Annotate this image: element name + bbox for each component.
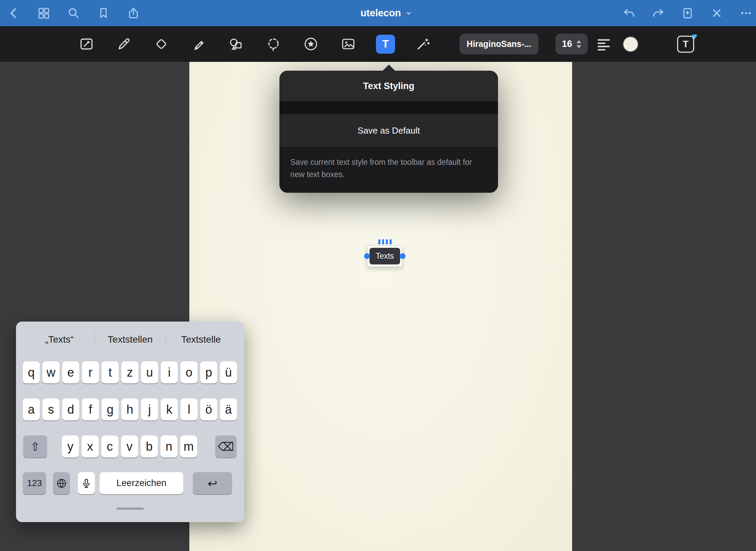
letter-key[interactable]: y [62, 435, 79, 458]
popover-collapsed-row [279, 101, 498, 114]
letter-key[interactable]: i [161, 361, 178, 383]
share-icon[interactable] [126, 6, 140, 20]
shift-key[interactable]: ⇧ [23, 435, 47, 458]
undo-icon[interactable] [622, 6, 636, 20]
pen-tool-icon[interactable] [114, 35, 133, 54]
close-icon[interactable] [710, 6, 723, 20]
thumbnails-icon[interactable] [37, 6, 50, 20]
tools-group: T [77, 26, 432, 62]
keyboard-row-2: a s d f g h j k l ö ä [16, 398, 244, 420]
lasso-tool-icon[interactable] [264, 35, 283, 54]
backspace-key[interactable]: ⌫ [215, 435, 237, 458]
nav-right-group [622, 0, 753, 26]
keyboard-row-4: 123 Leerzeichen ↩ [16, 472, 244, 494]
nav-left-group [7, 0, 140, 26]
pointer-tool-icon[interactable] [413, 35, 432, 54]
keyboard-row-1: q w e r t z u i o p ü [16, 361, 244, 383]
text-tool-glyph: T [382, 38, 389, 50]
dictation-key[interactable] [78, 472, 95, 494]
letter-key[interactable]: b [141, 435, 158, 458]
highlighter-tool-icon[interactable] [189, 35, 208, 54]
letter-key[interactable]: n [160, 435, 177, 458]
letter-key[interactable]: ä [220, 398, 237, 420]
letter-key[interactable]: j [141, 398, 158, 420]
resize-handle-right[interactable] [400, 253, 406, 259]
font-name-button[interactable]: HiraginoSans-... [460, 34, 538, 54]
letter-key[interactable]: f [82, 398, 99, 420]
letter-key[interactable]: h [121, 398, 138, 420]
stepper-chevrons-icon [577, 40, 581, 48]
resize-handle-left[interactable] [364, 253, 370, 259]
suggestion-item[interactable]: „Texts“ [24, 334, 94, 345]
letter-key[interactable]: k [161, 398, 178, 420]
globe-icon [56, 478, 67, 489]
letter-key[interactable]: p [200, 361, 217, 383]
text-style-glyph: T [683, 39, 688, 50]
letter-key[interactable]: ö [200, 398, 217, 420]
letter-key[interactable]: m [180, 435, 197, 458]
shapes-tool-icon[interactable] [226, 35, 245, 54]
keyboard-grabber[interactable] [117, 507, 144, 510]
text-align-icon[interactable] [596, 36, 612, 52]
letter-key[interactable]: g [102, 398, 119, 420]
suggestion-bar: „Texts“ Textstellen Textstelle [24, 328, 236, 351]
more-icon[interactable] [739, 6, 753, 20]
popover-body: Text Styling Save as Default Save curren… [279, 71, 498, 193]
document-title-label: utelecon [360, 7, 401, 19]
letter-key[interactable]: l [181, 398, 197, 420]
letter-key[interactable]: c [101, 435, 118, 458]
back-icon[interactable] [7, 6, 20, 20]
popover-description: Save current text style from the toolbar… [279, 148, 498, 193]
textbox-selection-frame: Texts [367, 245, 402, 267]
eraser-tool-icon[interactable] [152, 35, 171, 54]
chevron-down-icon [405, 10, 413, 17]
letter-key[interactable]: d [62, 398, 79, 420]
floating-keyboard: „Texts“ Textstellen Textstelle q w e r t… [16, 322, 244, 522]
font-size-value: 16 [562, 39, 572, 49]
letter-key[interactable]: a [23, 398, 40, 420]
popover-title: Text Styling [279, 71, 498, 101]
letter-key[interactable]: w [42, 361, 59, 383]
letter-key[interactable]: z [121, 361, 138, 383]
letter-key[interactable]: e [62, 361, 79, 383]
popover-arrow [382, 65, 395, 71]
keyboard-row-3: ⇧ y x c v b n m ⌫ [16, 435, 244, 458]
selected-textbox[interactable]: Texts [367, 239, 402, 267]
add-page-icon[interactable] [681, 6, 694, 20]
letter-key[interactable]: q [23, 361, 40, 383]
image-tool-icon[interactable] [339, 35, 358, 54]
text-style-favorite-icon[interactable]: T ♥ [677, 36, 694, 53]
textbox-drag-handle-icon[interactable] [367, 239, 402, 244]
save-as-default-button[interactable]: Save as Default [279, 114, 498, 148]
tool-bar: T HiraginoSans-... 16 T ♥ [0, 26, 756, 62]
letter-key[interactable]: x [82, 435, 99, 458]
text-color-swatch[interactable] [623, 37, 638, 51]
numbers-key[interactable]: 123 [23, 472, 46, 494]
return-key[interactable]: ↩ [193, 472, 232, 494]
redo-icon[interactable] [651, 6, 665, 20]
heart-badge-icon: ♥ [692, 32, 697, 41]
document-title[interactable]: utelecon [360, 0, 412, 26]
letter-key[interactable]: t [102, 361, 119, 383]
letter-key[interactable]: s [42, 398, 59, 420]
text-styling-popover: Text Styling Save as Default Save curren… [279, 71, 498, 193]
letter-key[interactable]: ü [220, 361, 237, 383]
letter-key[interactable]: o [181, 361, 197, 383]
text-tool-icon[interactable]: T [376, 35, 395, 54]
letter-key[interactable]: u [141, 361, 158, 383]
letter-key[interactable]: v [121, 435, 138, 458]
textbox-content[interactable]: Texts [370, 248, 400, 264]
page-view-icon[interactable] [77, 35, 96, 54]
search-icon[interactable] [67, 6, 80, 20]
elements-tool-icon[interactable] [301, 35, 320, 54]
mic-icon [81, 478, 92, 489]
bookmark-icon[interactable] [97, 6, 110, 20]
suggestion-item[interactable]: Textstelle [166, 334, 236, 345]
font-size-stepper[interactable]: 16 [555, 34, 588, 54]
suggestion-item[interactable]: Textstellen [95, 334, 165, 345]
top-nav-bar: utelecon [0, 0, 756, 26]
font-name-label: HiraginoSans-... [467, 39, 531, 49]
space-key[interactable]: Leerzeichen [100, 472, 183, 494]
letter-key[interactable]: r [82, 361, 99, 383]
globe-key[interactable] [53, 472, 70, 494]
